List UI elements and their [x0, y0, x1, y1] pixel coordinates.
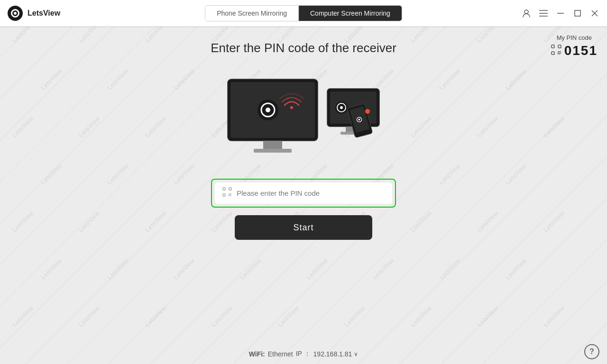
svg-point-35 [365, 109, 370, 114]
titlebar-controls [522, 9, 599, 18]
pin-value: 0151 [564, 43, 598, 58]
svg-rect-5 [575, 10, 580, 16]
illustration [223, 70, 384, 164]
footer-wifi-label: WiFi: [249, 350, 265, 358]
footer-ip-label: IP ： [296, 350, 311, 358]
main-heading: Enter the PIN code of the receiver [211, 41, 396, 55]
profile-icon[interactable] [522, 9, 531, 18]
svg-point-22 [290, 106, 293, 109]
svg-rect-18 [254, 149, 292, 153]
app-logo [8, 6, 23, 21]
footer: WiFi: Ethernet IP ： 192.168.1.81 ∨ [249, 350, 359, 358]
pin-panel: My PIN code 0151 [551, 34, 598, 58]
svg-point-21 [266, 108, 270, 112]
pin-scan-icon [551, 45, 561, 57]
app-name: LetsView [28, 9, 60, 18]
pin-input-field[interactable] [237, 189, 385, 197]
footer-network-name: Ethernet [268, 350, 293, 358]
svg-point-29 [340, 106, 343, 109]
svg-rect-17 [263, 141, 282, 149]
app-logo-inner [11, 9, 19, 18]
pin-value-row: 0151 [551, 43, 598, 58]
pin-input-scan-icon [222, 187, 232, 199]
footer-ip-row[interactable]: 192.168.1.81 ∨ [313, 350, 359, 358]
footer-ip-value: 192.168.1.81 [313, 350, 352, 358]
svg-rect-8 [552, 45, 554, 48]
pin-input-wrapper[interactable] [211, 179, 396, 208]
svg-rect-38 [223, 194, 225, 196]
main-content: My PIN code 0151 Enter the PIN code of t… [0, 27, 607, 364]
pin-label: My PIN code [551, 34, 598, 41]
tab-computer-screen-mirroring[interactable]: Computer Screen Mirroring [299, 6, 402, 21]
svg-rect-9 [558, 45, 561, 48]
pin-input-inner [215, 182, 392, 204]
help-button[interactable]: ? [584, 344, 599, 359]
close-button[interactable] [590, 9, 599, 18]
svg-rect-36 [223, 188, 225, 190]
svg-point-0 [524, 10, 528, 14]
maximize-button[interactable] [573, 9, 582, 18]
tab-phone-screen-mirroring[interactable]: Phone Screen Mirroring [205, 6, 299, 21]
chevron-down-icon[interactable]: ∨ [354, 351, 358, 357]
minimize-button[interactable] [556, 9, 565, 18]
menu-icon[interactable] [539, 9, 548, 18]
svg-rect-10 [552, 52, 554, 55]
svg-rect-37 [229, 188, 231, 190]
titlebar: LetsView Phone Screen Mirroring Computer… [0, 0, 607, 27]
start-button[interactable]: Start [235, 215, 372, 240]
tab-container: Phone Screen Mirroring Computer Screen M… [205, 5, 402, 21]
